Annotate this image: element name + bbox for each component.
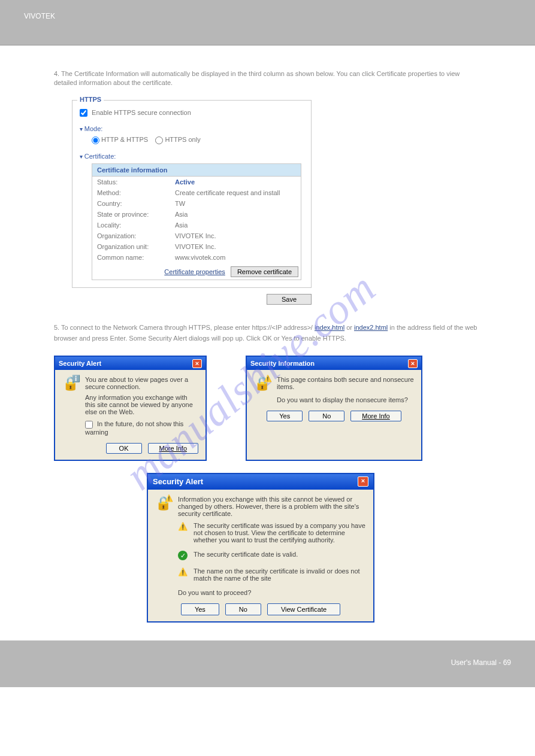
- no-button[interactable]: No: [309, 411, 344, 421]
- cert-message-list: The security certificate was issued by a…: [178, 522, 366, 582]
- dialog-line: Any information you exchange with this s…: [85, 394, 198, 415]
- cert-warning-item: The security certificate was issued by a…: [178, 522, 366, 544]
- cert-row: Organization unit:VIVOTEK Inc.: [92, 241, 301, 252]
- remove-certificate-button[interactable]: Remove certificate: [231, 266, 298, 277]
- dialog-line: You are about to view pages over a secur…: [85, 376, 198, 390]
- proceed-question: Do you want to proceed?: [178, 589, 366, 596]
- dialog-body: You are about to view pages over a secur…: [55, 370, 205, 460]
- mode-toggle[interactable]: Mode:: [80, 125, 304, 132]
- cert-warning-item: The name on the security certificate is …: [178, 567, 366, 582]
- dialog-title: Security Information: [250, 360, 315, 367]
- cert-row: Country:TW: [92, 198, 301, 209]
- mode-https-only-label: HTTPS only: [165, 136, 200, 143]
- certificate-actions: Certificate properties Remove certificat…: [92, 263, 301, 280]
- page-footer: User's Manual - 69: [0, 640, 535, 687]
- ok-button[interactable]: OK: [106, 443, 142, 454]
- dialog-title: Security Alert: [153, 477, 203, 486]
- enable-https-label: Enable HTTPS secure connection: [92, 109, 191, 116]
- cert-row: State or province:Asia: [92, 209, 301, 220]
- more-info-button[interactable]: More Info: [148, 443, 198, 454]
- dialog-titlebar: Security Alert ×: [148, 474, 373, 490]
- lock-warn-icon: [254, 376, 271, 393]
- close-icon[interactable]: ×: [358, 476, 368, 487]
- header-brand: VIVOTEK: [24, 12, 55, 20]
- page-content: manualshive.com 4. The Certificate Infor…: [0, 45, 535, 623]
- checkmark-icon: [178, 551, 188, 560]
- security-alert-dialog-1: Security Alert × You are about to view p…: [54, 356, 207, 461]
- security-alert-dialog-2: Security Alert × Information you exchang…: [147, 473, 374, 623]
- https-fieldset: HTTPS Enable HTTPS secure connection Mod…: [72, 100, 312, 288]
- dialog-buttons: OK More Info: [62, 443, 198, 454]
- cert-row: Status:Active: [92, 177, 301, 187]
- dialog-line: This page contains both secure and nonse…: [277, 376, 414, 390]
- cert-row: Method:Create certificate request and in…: [92, 187, 301, 198]
- certificate-toggle[interactable]: Certificate:: [80, 153, 304, 160]
- more-info-button[interactable]: More Info: [350, 411, 401, 421]
- dialogs-row: Security Alert × You are about to view p…: [54, 356, 481, 461]
- warning-icon: [178, 567, 188, 577]
- index2-link[interactable]: index2.html: [354, 324, 388, 331]
- mode-radio-https-only[interactable]: [155, 136, 163, 144]
- close-icon[interactable]: ×: [192, 359, 202, 368]
- cert-ok-item: The security certificate date is valid.: [178, 551, 366, 560]
- in-future-row: In the future, do not show this warning: [85, 420, 198, 436]
- cert-warning-text: The security certificate was issued by a…: [194, 522, 366, 544]
- https-legend: HTTPS: [77, 96, 104, 103]
- enable-https-row: Enable HTTPS secure connection: [80, 109, 304, 117]
- cert-ok-text: The security certificate date is valid.: [194, 551, 298, 560]
- dialog-body: Information you exchange with this site …: [148, 490, 373, 621]
- dialog-buttons: Yes No More Info: [254, 411, 414, 421]
- dialog-title: Security Alert: [59, 360, 101, 367]
- warning-icon: [178, 522, 188, 532]
- lock-warn-icon: [155, 496, 172, 512]
- save-button[interactable]: Save: [267, 294, 312, 305]
- index-link[interactable]: index.html: [315, 324, 344, 331]
- mode-options: HTTP & HTTPS HTTPS only: [92, 136, 304, 144]
- cert-row: Common name:www.vivotek.com: [92, 252, 301, 263]
- step-paragraph: 5. To connect to the Network Camera thro…: [54, 323, 481, 344]
- intro-paragraph: 4. The Certificate Information will auto…: [54, 69, 481, 88]
- mode-radio-http-https[interactable]: [92, 136, 99, 144]
- dialog-body: This page contains both secure and nonse…: [247, 370, 421, 427]
- close-icon[interactable]: ×: [408, 359, 418, 368]
- footer-right: User's Manual - 69: [451, 658, 511, 667]
- dialog-buttons: Yes No View Certificate: [155, 603, 366, 615]
- dialog-titlebar: Security Alert ×: [55, 357, 205, 370]
- save-row: Save: [72, 294, 312, 305]
- cert-row: Organization:VIVOTEK Inc.: [92, 230, 301, 241]
- cert-properties-link[interactable]: Certificate properties: [164, 268, 225, 275]
- in-future-checkbox[interactable]: [85, 421, 93, 429]
- page-header: VIVOTEK: [0, 0, 535, 45]
- certificate-table: Certificate information Status:Active Me…: [92, 163, 301, 280]
- dialog-titlebar: Security Information ×: [247, 357, 421, 370]
- cert-row: Locality:Asia: [92, 220, 301, 230]
- view-certificate-button[interactable]: View Certificate: [267, 603, 340, 615]
- no-button[interactable]: No: [225, 603, 261, 615]
- lock-info-icon: [62, 376, 79, 393]
- security-information-dialog: Security Information × This page contain…: [246, 356, 422, 461]
- cert-warning-text: The name on the security certificate is …: [194, 567, 366, 582]
- mode-http-https-label: HTTP & HTTPS: [101, 136, 148, 143]
- in-future-label: In the future, do not show this warning: [85, 420, 183, 436]
- yes-button[interactable]: Yes: [181, 603, 219, 615]
- dialog-intro: Information you exchange with this site …: [178, 496, 366, 517]
- enable-https-checkbox[interactable]: [80, 109, 87, 117]
- certificate-header: Certificate information: [92, 164, 301, 177]
- dialog-line: Do you want to display the nonsecure ite…: [277, 396, 414, 403]
- yes-button[interactable]: Yes: [267, 411, 303, 421]
